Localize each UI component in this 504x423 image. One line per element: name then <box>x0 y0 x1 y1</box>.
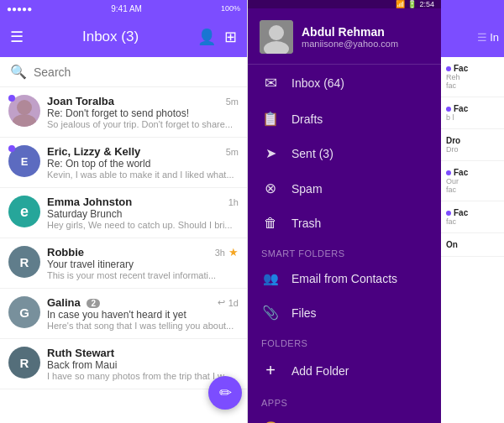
trash-label: Trash <box>291 217 321 230</box>
badge-galina: 2 <box>87 299 100 308</box>
drawer-status-bar: 📶 🔋 2:54 <box>248 0 441 8</box>
signal-icons: ●●●●● <box>7 4 32 13</box>
folders-header: Folders <box>248 330 441 352</box>
sender-emma: Emma Johnston <box>47 196 132 208</box>
drawer-item-contacts[interactable]: 👥 Email from Contacts <box>248 262 441 295</box>
email-item-ruth[interactable]: R Ruth Stewart Back from Maui I have so … <box>0 339 247 389</box>
email-item-galina[interactable]: G Galina 2 ↩ 1d In case you haven't hear… <box>0 289 247 339</box>
drawer-panel: 📶 🔋 2:54 Abdul Rehman maniisone@yahoo.co… <box>248 0 441 423</box>
time-emma: 1h <box>228 197 239 207</box>
time-galina: 1d <box>228 298 239 308</box>
sender-ruth: Ruth Stewart <box>47 347 114 359</box>
svg-point-1 <box>13 114 36 127</box>
sender-robbie: Robbie <box>47 246 84 258</box>
drawer-item-add-folder[interactable]: + Add Folder <box>248 352 441 389</box>
drawer-item-files[interactable]: 📎 Files <box>248 295 441 330</box>
preview-ruth: I have so many photos from the trip that… <box>47 371 239 381</box>
email-content-joan: Joan Toralba 5m Re: Don't forget to send… <box>47 95 239 129</box>
subject-emma: Saturday Brunch <box>47 208 239 220</box>
email-content-ruth: Ruth Stewart Back from Maui I have so ma… <box>47 347 239 381</box>
sender-eric: Eric, Lizzy & Kelly <box>47 145 140 158</box>
sent-icon: ➤ <box>261 145 280 161</box>
drawer-item-trash[interactable]: 🗑 Trash <box>248 206 441 240</box>
drawer-item-inbox[interactable]: ✉ Inbox (64) <box>248 65 441 102</box>
drawer-item-sent[interactable]: ➤ Sent (3) <box>248 136 441 170</box>
left-panel: ●●●●● 9:41 AM 100% ☰ Inbox (3) 👤 ⊞ 🔍 <box>0 0 248 423</box>
right-email-item-1[interactable]: Fac b l <box>441 97 504 129</box>
right-email-item-3[interactable]: Fac Our fac <box>441 161 504 201</box>
spam-label: Spam <box>291 182 323 196</box>
drawer-profile[interactable]: Abdul Rehman maniisone@yahoo.com <box>248 8 441 65</box>
search-icon: 🔍 <box>10 64 27 80</box>
battery-icon: 100% <box>221 4 240 13</box>
preview-robbie: This is your most recent travel informat… <box>47 270 239 280</box>
add-folder-icon: + <box>261 361 280 380</box>
svg-point-0 <box>17 100 32 115</box>
profile-icon[interactable]: 👤 <box>197 28 216 46</box>
header-icons: 👤 ⊞ <box>197 28 237 46</box>
drawer-time: 2:54 <box>419 0 434 8</box>
drafts-label: Drafts <box>291 112 323 126</box>
time-eric: 5m <box>226 147 239 157</box>
time-robbie: 3h <box>215 248 225 258</box>
right-inbox-title: ☰ In <box>477 31 499 44</box>
email-content-robbie: Robbie 3h ★ Your travel itinerary This i… <box>47 246 239 280</box>
right-email-item-2[interactable]: Dro Dro <box>441 129 504 161</box>
drawer-item-drafts[interactable]: 📋 Drafts <box>248 102 441 136</box>
inbox-title: Inbox (3) <box>32 29 189 45</box>
spam-icon: ⊗ <box>261 180 280 197</box>
preview-eric: Kevin, I was able to make it and I liked… <box>47 170 239 180</box>
apps-header: Apps <box>248 389 441 411</box>
time-joan: 5m <box>226 97 239 107</box>
right-email-item-4[interactable]: Fac fac <box>441 201 504 233</box>
contacts-label: Email from Contacts <box>291 272 397 285</box>
email-item-robbie[interactable]: R Robbie 3h ★ Your travel itinerary This… <box>0 238 247 289</box>
search-input[interactable] <box>34 65 237 79</box>
drawer-item-spam[interactable]: ⊗ Spam <box>248 170 441 206</box>
drawer-wifi-icon: 🔋 <box>407 0 417 8</box>
right-panel: ☰ In Fac Reh fac Fac b l Dro Dro Fac Our… <box>441 0 504 423</box>
sender-joan: Joan Toralba <box>47 95 114 107</box>
drawer-signal-icon: 📶 <box>396 0 405 8</box>
inbox-icon: ✉ <box>261 74 280 92</box>
preview-joan: So jealous of your trip. Don't forget to… <box>47 119 239 129</box>
svg-point-3 <box>269 25 284 40</box>
sent-label: Sent (3) <box>291 147 333 160</box>
right-email-item-0[interactable]: Fac Reh fac <box>441 57 504 97</box>
subject-ruth: Back from Maui <box>47 359 239 371</box>
search-bar: 🔍 <box>0 57 247 87</box>
email-content-eric: Eric, Lizzy & Kelly 5m Re: On top of the… <box>47 145 239 180</box>
files-label: Files <box>291 306 317 320</box>
smart-folders-header: Smart Folders <box>248 240 441 262</box>
add-folder-label: Add Folder <box>291 364 349 378</box>
trash-icon: 🗑 <box>261 216 280 231</box>
drafts-icon: 📋 <box>261 111 280 127</box>
profile-avatar <box>260 20 293 54</box>
preview-galina: Here's that song that I was telling you … <box>47 321 239 331</box>
right-status-bar <box>441 0 504 17</box>
email-item-emma[interactable]: e Emma Johnston 1h Saturday Brunch Hey g… <box>0 188 247 238</box>
profile-info: Abdul Rehman maniisone@yahoo.com <box>302 25 429 49</box>
sender-galina: Galina 2 <box>47 296 100 309</box>
grid-icon[interactable]: ⊞ <box>224 28 237 46</box>
email-list: Joan Toralba 5m Re: Don't forget to send… <box>0 87 247 423</box>
header-bar: ☰ Inbox (3) 👤 ⊞ <box>0 17 247 57</box>
files-icon: 📎 <box>261 305 280 321</box>
inbox-label: Inbox (64) <box>291 76 344 90</box>
compose-fab[interactable]: ✏ <box>208 376 242 410</box>
reply-icon-galina: ↩ <box>218 297 225 308</box>
profile-email: maniisone@yahoo.com <box>302 39 429 49</box>
star-icon-robbie[interactable]: ★ <box>228 246 239 258</box>
left-time: 9:41 AM <box>111 4 142 13</box>
contacts-icon: 👥 <box>261 271 280 286</box>
email-content-galina: Galina 2 ↩ 1d In case you haven't heard … <box>47 296 239 331</box>
email-item-eric[interactable]: E Eric, Lizzy & Kelly 5m Re: On top of t… <box>0 138 247 188</box>
right-email-item-5[interactable]: On <box>441 233 504 257</box>
pencil-icon: ✏ <box>219 384 232 402</box>
subject-eric: Re: On top of the world <box>47 158 239 170</box>
drawer-item-messenger[interactable]: 😊 Messenger <box>248 411 441 423</box>
profile-name: Abdul Rehman <box>302 25 429 39</box>
email-content-emma: Emma Johnston 1h Saturday Brunch Hey gir… <box>47 196 239 230</box>
email-item-joan[interactable]: Joan Toralba 5m Re: Don't forget to send… <box>0 87 247 138</box>
hamburger-icon[interactable]: ☰ <box>10 28 24 46</box>
